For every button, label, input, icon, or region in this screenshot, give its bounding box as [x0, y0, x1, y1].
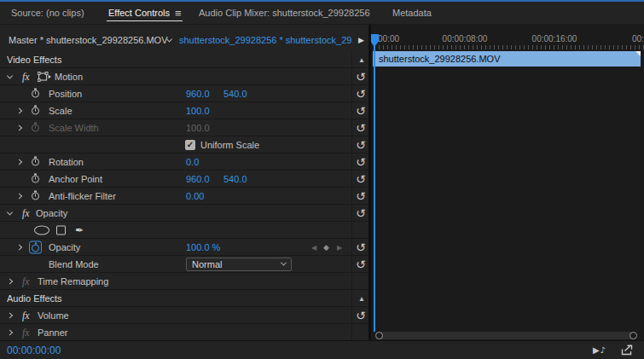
param-label: Rotation: [49, 157, 84, 167]
scrollbar-right-handle[interactable]: [629, 332, 637, 339]
reset-icon[interactable]: ↺: [356, 173, 366, 185]
fx-badge[interactable]: fx: [22, 275, 30, 287]
effects-timeline: 00:00 00:00:08:00 00:00:16:00 00: shutte…: [371, 25, 644, 340]
chevron-right-icon[interactable]: [16, 159, 22, 165]
current-timecode[interactable]: 00:00:00:00: [7, 345, 61, 356]
param-blend-mode: Blend Mode Normal ↺: [0, 256, 369, 273]
chevron-down-icon[interactable]: [7, 72, 13, 78]
param-position: Position 960.0 540.0 ↺: [0, 85, 369, 102]
reset-icon[interactable]: ↺: [356, 71, 366, 83]
master-clip-select[interactable]: Master * shutterstock_29928256.MOV: [9, 35, 167, 45]
effects-list: Video Effects ▲ fx Motion ↺ Position 960…: [0, 51, 369, 340]
status-bar: 00:00:00:00 ▶♪: [0, 340, 644, 359]
anchor-y-value[interactable]: 540.0: [223, 174, 247, 184]
param-antiflicker: Anti-flicker Filter 0.00 ↺: [0, 188, 369, 205]
fx-badge[interactable]: fx: [22, 206, 30, 219]
position-y-value[interactable]: 540.0: [223, 89, 247, 99]
reset-icon[interactable]: ↺: [356, 122, 366, 134]
collapse-triangle-icon[interactable]: ▲: [358, 55, 365, 63]
reset-icon[interactable]: ↺: [356, 310, 366, 321]
next-keyframe-icon[interactable]: ▶: [337, 243, 342, 251]
clip-name: shutterstock_29928256.MOV: [379, 54, 500, 64]
motion-icon: [38, 72, 51, 82]
uniform-scale-checkbox[interactable]: ✓: [185, 140, 195, 150]
stopwatch-icon[interactable]: [32, 158, 39, 165]
add-keyframe-icon[interactable]: ◆: [323, 243, 329, 252]
chevron-right-icon[interactable]: [7, 278, 13, 284]
stopwatch-icon[interactable]: [32, 175, 39, 182]
rectangle-mask-icon[interactable]: [56, 225, 66, 235]
antiflicker-value[interactable]: 0.00: [186, 191, 204, 201]
fx-badge[interactable]: fx: [22, 70, 30, 83]
stopwatch-icon[interactable]: [32, 90, 39, 97]
stopwatch-icon[interactable]: [32, 107, 39, 114]
effect-label: Panner: [38, 327, 67, 338]
play-audio-icon[interactable]: ▶♪: [593, 345, 606, 355]
stopwatch-icon: [32, 124, 39, 131]
active-tab-underline: [107, 20, 183, 21]
blend-mode-select[interactable]: Normal: [186, 258, 292, 271]
param-label: Uniform Scale: [200, 140, 259, 150]
chevron-right-icon[interactable]: [7, 329, 13, 335]
chevron-right-icon[interactable]: [7, 312, 13, 318]
opacity-value[interactable]: 100.0 %: [186, 242, 220, 252]
param-label: Scale: [49, 106, 73, 116]
section-label: Video Effects: [7, 55, 61, 65]
rotation-value[interactable]: 0.0: [186, 157, 199, 167]
chevron-down-icon[interactable]: [7, 209, 13, 215]
tab-source[interactable]: Source: (no clips): [11, 2, 84, 24]
section-label: Audio Effects: [7, 293, 62, 304]
ellipse-mask-icon[interactable]: [34, 225, 49, 235]
anchor-x-value[interactable]: 960.0: [186, 174, 210, 184]
reset-icon[interactable]: ↺: [356, 241, 366, 253]
param-opacity: Opacity 100.0 % ◀ ◆ ▶ ↺: [0, 239, 369, 256]
reset-icon[interactable]: ↺: [356, 139, 366, 151]
chevron-down-icon[interactable]: [166, 36, 172, 42]
fx-badge[interactable]: fx: [22, 309, 30, 321]
export-icon[interactable]: [621, 345, 633, 356]
mask-tools-row: ✒: [0, 222, 369, 239]
param-uniform-scale: ✓ Uniform Scale ↺: [0, 136, 369, 153]
sequence-clip-link[interactable]: shutterstock_29928256 * shutterstock_29…: [179, 35, 353, 45]
chevron-right-icon[interactable]: [16, 124, 22, 130]
param-label: Scale Width: [49, 123, 99, 133]
chevron-right-icon[interactable]: [16, 107, 22, 113]
reset-icon[interactable]: ↺: [356, 258, 366, 270]
param-label: Anti-flicker Filter: [49, 191, 116, 201]
stopwatch-icon[interactable]: [32, 192, 39, 200]
reset-icon[interactable]: ↺: [356, 156, 366, 168]
effect-label: Motion: [55, 72, 83, 82]
fx-badge[interactable]: fx: [22, 326, 30, 339]
header-right-arrow-icon[interactable]: ▶: [358, 36, 364, 44]
ruler-label: 00:00:08:00: [443, 34, 488, 43]
section-video-effects: Video Effects ▲: [0, 51, 369, 68]
scale-value[interactable]: 100.0: [186, 106, 210, 116]
pen-mask-icon[interactable]: ✒: [75, 224, 84, 236]
ruler-label: 00:: [632, 34, 644, 43]
tab-audio-clip-mixer[interactable]: Audio Clip Mixer: shutterstock_29928256: [199, 2, 370, 24]
prev-keyframe-icon[interactable]: ◀: [311, 243, 316, 251]
clip-header-row: Master * shutterstock_29928256.MOV shutt…: [0, 28, 369, 51]
reset-icon[interactable]: ↺: [356, 207, 366, 219]
scale-width-value: 100.0: [186, 123, 210, 133]
reset-icon[interactable]: ↺: [356, 88, 366, 100]
group-opacity: fx Opacity ↺: [0, 205, 369, 222]
param-anchor-point: Anchor Point 960.0 540.0 ↺: [0, 171, 369, 188]
param-label: Blend Mode: [49, 259, 99, 269]
timeline-zoom-scrollbar[interactable]: [376, 332, 636, 339]
stopwatch-active-icon[interactable]: [29, 240, 42, 253]
ruler-ticks: [374, 45, 644, 49]
collapse-triangle-icon[interactable]: ▲: [358, 294, 365, 302]
chevron-right-icon[interactable]: [16, 244, 22, 250]
param-scale: Scale 100.0 ↺: [0, 102, 369, 119]
effect-label: Volume: [38, 310, 69, 321]
param-label: Anchor Point: [49, 174, 102, 184]
scrollbar-left-handle[interactable]: [375, 332, 383, 339]
position-x-value[interactable]: 960.0: [186, 89, 210, 99]
tab-metadata[interactable]: Metadata: [392, 2, 432, 24]
chevron-right-icon[interactable]: [16, 193, 22, 199]
reset-icon[interactable]: ↺: [356, 105, 366, 117]
reset-icon[interactable]: ↺: [356, 190, 366, 202]
timeline-clip[interactable]: shutterstock_29928256.MOV: [373, 51, 641, 67]
ruler-label: 00:00: [378, 34, 399, 43]
